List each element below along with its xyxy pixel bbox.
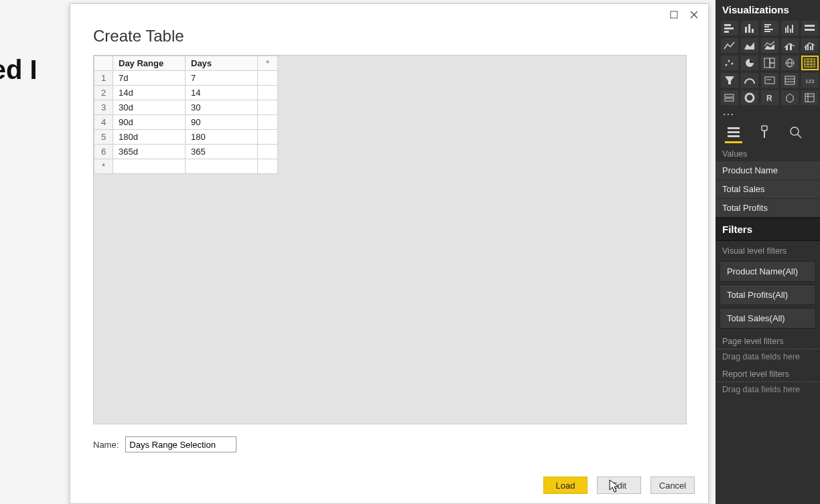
table-row[interactable]: 5180d180	[94, 130, 278, 145]
cancel-button[interactable]: Cancel	[651, 477, 695, 494]
scatter-icon[interactable]	[721, 56, 738, 70]
line-column-icon[interactable]	[781, 38, 799, 53]
stacked-area-icon[interactable]	[761, 38, 778, 53]
name-input[interactable]	[125, 436, 236, 452]
header-rownum	[94, 56, 113, 71]
header-days[interactable]: Days	[186, 56, 258, 71]
svg-rect-12	[764, 31, 770, 32]
table-row[interactable]: 6365d365	[94, 145, 278, 159]
more-visuals-icon[interactable]: …	[715, 105, 820, 117]
table-icon[interactable]	[801, 56, 819, 70]
values-field[interactable]: Total Profits	[715, 199, 820, 218]
svg-rect-5	[724, 31, 729, 33]
svg-rect-47	[725, 98, 734, 101]
slicer-icon[interactable]	[721, 90, 738, 105]
header-row: Day Range Days *	[94, 56, 278, 71]
svg-rect-15	[790, 29, 791, 33]
stacked-bar-icon[interactable]	[721, 21, 738, 35]
table-row[interactable]: 17d7	[94, 71, 278, 86]
values-field[interactable]: Product Name	[715, 161, 820, 180]
svg-rect-4	[724, 27, 734, 29]
maximize-icon[interactable]	[664, 7, 684, 23]
visualizations-pane: Visualizations 123 R …	[715, 0, 820, 504]
svg-rect-35	[805, 59, 815, 67]
svg-rect-55	[728, 135, 740, 137]
svg-rect-29	[764, 58, 770, 68]
svg-rect-17	[805, 25, 815, 27]
report-level-filters-label: Report level filters	[715, 364, 820, 382]
svg-line-58	[797, 134, 801, 138]
gauge-icon[interactable]	[741, 73, 758, 88]
header-day-range[interactable]: Day Range	[113, 56, 186, 71]
pie-chart-icon[interactable]	[741, 56, 758, 70]
filters-heading[interactable]: Filters	[715, 218, 820, 241]
svg-rect-53	[728, 127, 740, 129]
stacked-column-icon[interactable]	[741, 21, 758, 35]
table-row[interactable]: 490d90	[94, 115, 278, 130]
svg-rect-0	[671, 11, 677, 18]
edit-button[interactable]: Edit	[597, 477, 641, 494]
table-row[interactable]: 214d14	[94, 86, 278, 100]
filter-pill[interactable]: Total Profits(All)	[720, 284, 816, 305]
pane-tabs	[715, 117, 820, 144]
svg-rect-10	[764, 26, 769, 27]
multi-card-icon[interactable]	[781, 73, 799, 88]
report-filters-dropzone[interactable]: Drag data fields here	[715, 382, 820, 397]
svg-rect-42	[785, 76, 795, 84]
name-row: Name:	[70, 424, 708, 452]
svg-rect-54	[728, 131, 740, 133]
matrix-icon[interactable]	[801, 90, 819, 105]
values-field[interactable]: Total Sales	[715, 180, 820, 199]
svg-rect-3	[724, 24, 731, 26]
treemap-icon[interactable]	[761, 56, 778, 70]
dialog-heading: Create Table	[70, 24, 708, 55]
svg-rect-56	[762, 126, 767, 131]
card-icon[interactable]	[761, 73, 778, 88]
close-icon[interactable]	[684, 7, 704, 23]
line-chart-icon[interactable]	[721, 38, 738, 53]
clustered-column-icon[interactable]	[781, 21, 799, 35]
clustered-bar-icon[interactable]	[761, 21, 778, 35]
r-visual-icon[interactable]: R	[761, 90, 778, 105]
svg-rect-6	[745, 27, 747, 33]
svg-point-26	[728, 60, 730, 62]
funnel-icon[interactable]	[721, 73, 738, 88]
donut-icon[interactable]	[741, 90, 758, 105]
dialog-buttons: Load Edit Cancel	[543, 477, 695, 494]
area-chart-icon[interactable]	[741, 38, 758, 53]
svg-rect-13	[785, 27, 787, 33]
filter-pill[interactable]: Total Sales(All)	[720, 308, 816, 329]
table-row-new[interactable]: *	[94, 159, 278, 174]
svg-rect-9	[764, 24, 771, 25]
name-label: Name:	[93, 440, 119, 450]
dialog-titlebar	[70, 4, 708, 24]
table-row[interactable]: 330d30	[94, 100, 278, 115]
visualization-type-grid: 123 R	[715, 21, 820, 105]
format-tab-icon[interactable]	[757, 124, 772, 140]
create-table-dialog: Create Table Day Range Days * 17d7 214d1…	[70, 3, 709, 504]
arcgis-icon[interactable]	[781, 90, 799, 105]
header-add-column[interactable]: *	[258, 56, 278, 71]
svg-text:R: R	[766, 94, 772, 103]
svg-rect-31	[770, 63, 774, 68]
visualizations-heading: Visualizations	[715, 0, 820, 21]
line-clustered-column-icon[interactable]	[801, 38, 819, 53]
stacked-bar-100-icon[interactable]	[801, 21, 819, 35]
map-icon[interactable]	[781, 56, 799, 70]
fields-tab-icon[interactable]	[726, 124, 741, 140]
kpi-icon[interactable]: 123	[801, 73, 819, 88]
filter-pill[interactable]: Product Name(All)	[720, 261, 816, 282]
page-filters-dropzone[interactable]: Drag data fields here	[715, 349, 820, 364]
add-row-star[interactable]: *	[94, 159, 113, 174]
svg-text:123: 123	[805, 78, 815, 84]
analytics-tab-icon[interactable]	[788, 124, 803, 140]
svg-rect-16	[792, 25, 793, 33]
svg-point-27	[732, 63, 734, 65]
svg-rect-7	[748, 24, 750, 33]
svg-rect-14	[787, 25, 789, 33]
load-button[interactable]: Load	[543, 477, 588, 494]
svg-rect-8	[752, 29, 754, 33]
data-grid[interactable]: Day Range Days * 17d7 214d14 330d30 490d…	[94, 56, 278, 174]
page-level-filters-label: Page level filters	[715, 331, 820, 349]
svg-point-48	[746, 94, 754, 102]
